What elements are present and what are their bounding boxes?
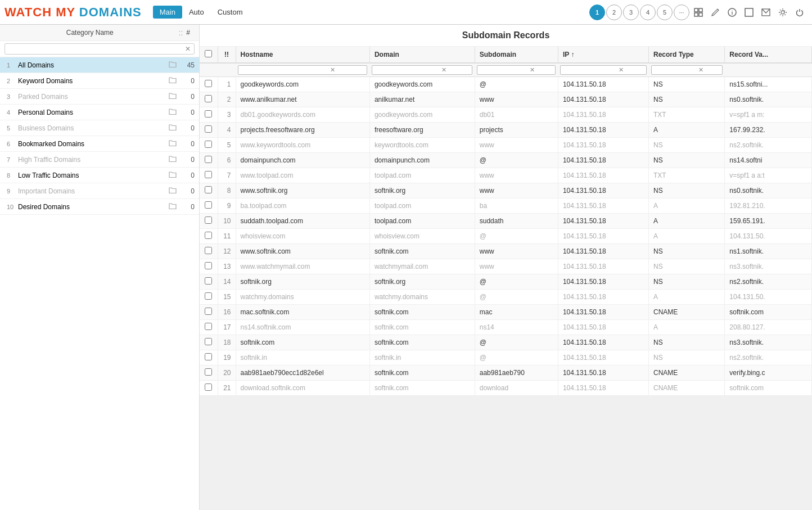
table-wrapper[interactable]: !! Hostname Domain Subdomain IP ↑ Record… bbox=[200, 47, 812, 510]
filter-ip-clear[interactable]: ✕ bbox=[619, 66, 624, 74]
settings-icon[interactable] bbox=[775, 4, 791, 20]
sidebar-item-undefined[interactable]: 6 Bookmarked Domains 0 bbox=[0, 136, 199, 152]
content-title: Subdomain Records bbox=[200, 25, 812, 47]
sidebar-search-input[interactable] bbox=[8, 45, 185, 53]
select-all-checkbox[interactable] bbox=[205, 50, 212, 57]
filter-record-type-clear[interactable]: ✕ bbox=[698, 66, 703, 74]
row-checkbox-20[interactable] bbox=[205, 368, 212, 376]
row-checkbox-cell bbox=[200, 290, 218, 305]
cell-record-type: TXT bbox=[649, 168, 725, 183]
cell-domain: softnik.com bbox=[369, 381, 475, 396]
cell-hostname: www.toolpad.com bbox=[236, 168, 369, 183]
col-header-record-val[interactable]: Record Va... bbox=[725, 47, 812, 63]
sidebar-item-undefined[interactable]: 10 Desired Domains 0 bbox=[0, 199, 199, 215]
sidebar-item-undefined[interactable]: 5 Business Domains 0 bbox=[0, 120, 199, 136]
sidebar-col-sep: :: bbox=[179, 28, 183, 37]
cell-hostname: goodkeywords.com bbox=[236, 77, 369, 92]
logo-watch: WATCH MY bbox=[4, 5, 75, 19]
sidebar-row-num: 5 bbox=[7, 125, 18, 132]
edit-icon[interactable] bbox=[707, 4, 723, 20]
nav-icon-4[interactable]: 4 bbox=[640, 4, 656, 20]
row-checkbox-1[interactable] bbox=[205, 80, 212, 87]
cell-subdomain: www bbox=[475, 138, 558, 153]
cell-ip: 104.131.50.18 bbox=[558, 77, 648, 92]
row-checkbox-2[interactable] bbox=[205, 95, 212, 102]
sidebar-search-clear[interactable]: ✕ bbox=[185, 45, 191, 53]
info-icon[interactable]: i bbox=[724, 4, 740, 20]
nav-icon-2[interactable]: 2 bbox=[606, 4, 622, 20]
cell-record-val: softnik.com bbox=[725, 381, 812, 396]
col-header-domain[interactable]: Domain bbox=[369, 47, 475, 63]
row-checkbox-cell bbox=[200, 198, 218, 214]
nav-icon-5[interactable]: 5 bbox=[657, 4, 673, 20]
cell-ip: 104.131.50.18 bbox=[558, 305, 648, 320]
filter-record-type[interactable] bbox=[653, 67, 698, 74]
tab-auto[interactable]: Auto bbox=[182, 6, 211, 19]
sidebar-item-undefined[interactable]: 4 Personal Domains 0 bbox=[0, 105, 199, 120]
row-checkbox-5[interactable] bbox=[205, 141, 212, 148]
row-checkbox-3[interactable] bbox=[205, 110, 212, 118]
col-header-hostname[interactable]: Hostname bbox=[236, 47, 369, 63]
sidebar-item-undefined[interactable]: 1 All Domains 45 bbox=[0, 57, 199, 73]
cell-record-val: ns0.softnik. bbox=[725, 183, 812, 198]
sidebar-item-name: All Domains bbox=[18, 61, 169, 69]
tab-main[interactable]: Main bbox=[153, 6, 182, 19]
row-checkbox-19[interactable] bbox=[205, 353, 212, 360]
sidebar-item-count: 0 bbox=[181, 109, 195, 116]
cell-hostname: aab981aeb790ecc1d82e6el bbox=[236, 365, 369, 381]
filter-hostname-clear[interactable]: ✕ bbox=[330, 66, 335, 74]
row-checkbox-13[interactable] bbox=[205, 262, 212, 269]
svg-rect-1 bbox=[699, 8, 702, 12]
mail-icon[interactable] bbox=[758, 4, 774, 20]
cell-hostname: whoisview.com bbox=[236, 229, 369, 244]
grid-icon[interactable] bbox=[691, 4, 706, 20]
sidebar-item-undefined[interactable]: 8 Low Traffic Domains 0 bbox=[0, 168, 199, 183]
row-checkbox-11[interactable] bbox=[205, 232, 212, 239]
row-checkbox-18[interactable] bbox=[205, 338, 212, 345]
nav-icon-3[interactable]: 3 bbox=[623, 4, 639, 20]
col-header-subdomain[interactable]: Subdomain bbox=[475, 47, 558, 63]
row-checkbox-16[interactable] bbox=[205, 308, 212, 315]
col-header-record-type[interactable]: Record Type bbox=[649, 47, 725, 63]
row-checkbox-14[interactable] bbox=[205, 277, 212, 285]
sidebar-item-undefined[interactable]: 2 Keyword Domains 0 bbox=[0, 73, 199, 89]
row-checkbox-6[interactable] bbox=[205, 156, 212, 163]
row-checkbox-10[interactable] bbox=[205, 216, 212, 224]
col-header-ip[interactable]: IP ↑ bbox=[558, 47, 648, 63]
stop-icon[interactable] bbox=[741, 4, 757, 20]
filter-hostname[interactable] bbox=[240, 67, 330, 74]
row-checkbox-12[interactable] bbox=[205, 247, 212, 254]
row-checkbox-cell bbox=[200, 92, 218, 107]
row-checkbox-9[interactable] bbox=[205, 201, 212, 209]
row-checkbox-4[interactable] bbox=[205, 125, 212, 133]
filter-domain-clear[interactable]: ✕ bbox=[441, 66, 446, 74]
row-number: 9 bbox=[218, 198, 236, 214]
filter-subdomain[interactable] bbox=[479, 67, 530, 74]
filter-subdomain-clear[interactable]: ✕ bbox=[530, 66, 535, 74]
nav-icon-1[interactable]: 1 bbox=[589, 4, 605, 20]
tab-custom[interactable]: Custom bbox=[211, 6, 250, 19]
cell-subdomain: suddath bbox=[475, 214, 558, 229]
sidebar-item-undefined[interactable]: 7 High Traffic Domains 0 bbox=[0, 152, 199, 168]
row-checkbox-7[interactable] bbox=[205, 171, 212, 178]
sidebar-item-count: 0 bbox=[181, 140, 195, 148]
filter-domain[interactable] bbox=[374, 67, 441, 74]
row-checkbox-cell bbox=[200, 168, 218, 183]
sidebar: Category Name :: # ✕ 1 All Domains 45 2 … bbox=[0, 25, 200, 510]
cell-record-val: ns2.softnik. bbox=[725, 350, 812, 365]
folder-icon bbox=[169, 202, 177, 211]
cell-hostname: softnik.org bbox=[236, 274, 369, 290]
row-checkbox-8[interactable] bbox=[205, 186, 212, 193]
content-area: Subdomain Records !! Hostname Domain Sub… bbox=[200, 25, 812, 510]
row-checkbox-21[interactable] bbox=[205, 383, 212, 391]
row-number: 14 bbox=[218, 274, 236, 290]
row-checkbox-15[interactable] bbox=[205, 292, 212, 300]
sidebar-item-undefined[interactable]: 3 Parked Domains 0 bbox=[0, 89, 199, 105]
cell-hostname: domainpunch.com bbox=[236, 153, 369, 168]
sidebar-item-undefined[interactable]: 9 Important Domains 0 bbox=[0, 183, 199, 199]
filter-ip[interactable] bbox=[562, 67, 619, 74]
power-icon[interactable] bbox=[792, 4, 808, 20]
nav-icon-more[interactable]: ··· bbox=[674, 4, 689, 20]
row-checkbox-17[interactable] bbox=[205, 323, 212, 330]
cell-record-val: v=spf1 a m: bbox=[725, 107, 812, 123]
